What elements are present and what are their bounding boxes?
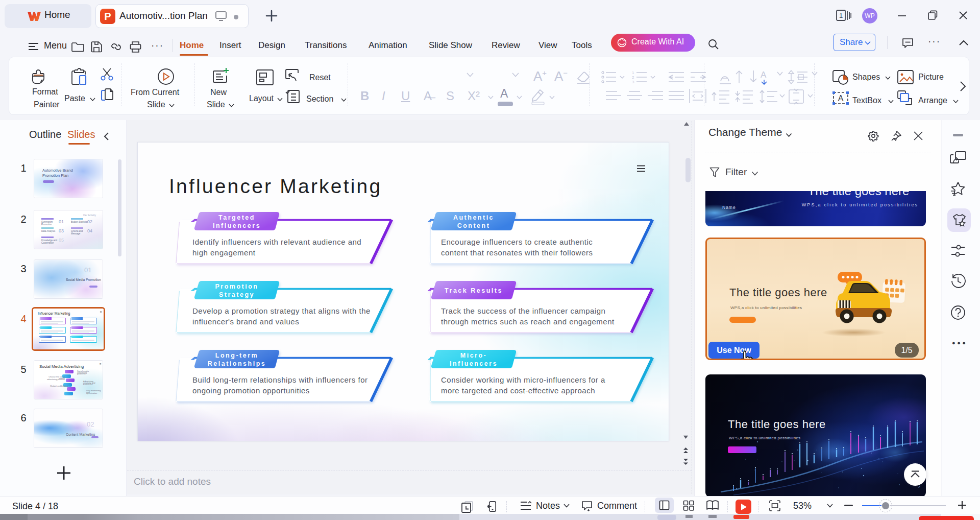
svg-text:1: 1: [839, 12, 843, 19]
svg-text:A: A: [761, 70, 767, 80]
svg-text:1: 1: [632, 70, 634, 75]
svg-text:A: A: [838, 94, 844, 103]
svg-text:3: 3: [632, 80, 634, 84]
svg-text:2: 2: [632, 75, 634, 80]
